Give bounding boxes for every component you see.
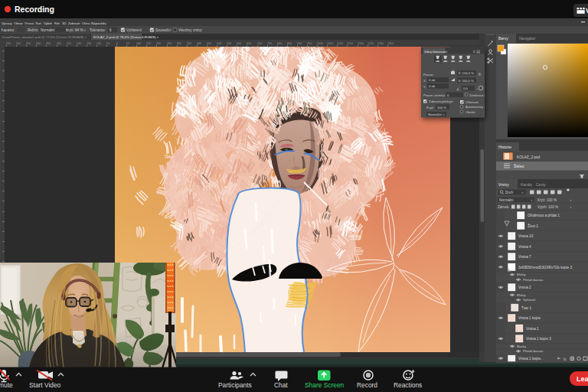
svg-text:Krytí:: Krytí: <box>426 106 434 109</box>
svg-text:Start Video: Start Video <box>29 381 61 389</box>
svg-text:550: 550 <box>227 42 231 45</box>
svg-text:Barvy: Barvy <box>498 36 508 41</box>
svg-text:Obrátit: Obrátit <box>466 110 475 114</box>
svg-text:600: 600 <box>237 42 241 45</box>
svg-text:Y:: Y: <box>423 85 426 89</box>
svg-text:64 %: 64 % <box>75 28 83 32</box>
svg-text:Vrstva: Vrstva <box>24 21 34 25</box>
svg-text:500: 500 <box>16 42 21 45</box>
svg-text:Režim:: Režim: <box>28 28 38 32</box>
svg-text:Efekty: Efekty <box>517 293 527 297</box>
svg-text:Navigátor: Navigátor <box>519 36 536 41</box>
svg-text:∨: ∨ <box>570 198 572 202</box>
svg-text:Š: 100,0 %: Š: 100,0 % <box>459 71 475 75</box>
svg-text:Oříznuté: Oříznuté <box>466 100 479 104</box>
svg-text:Přetah barvou: Přetah barvou <box>523 278 544 282</box>
svg-text:350: 350 <box>187 42 191 45</box>
svg-text:400: 400 <box>36 42 41 45</box>
svg-text:KOLAZ_2.psd: KOLAZ_2.psd <box>517 155 540 159</box>
svg-text:700: 700 <box>257 42 262 45</box>
svg-text:Vrstva 10: Vrstva 10 <box>518 234 534 238</box>
svg-text:Vrstva 1 kopie 3: Vrstva 1 kopie 3 <box>526 337 551 341</box>
svg-text:Efekty: Efekty <box>517 273 527 276</box>
svg-text:∨: ∨ <box>531 198 533 202</box>
svg-text:Posun snímku:: Posun snímku: <box>423 93 446 97</box>
svg-text:300: 300 <box>57 42 61 45</box>
svg-text:X:: X: <box>423 79 426 83</box>
svg-text:0 ob: 0 ob <box>429 84 436 88</box>
svg-text:900: 900 <box>297 42 302 45</box>
svg-text:1000: 1000 <box>317 42 323 45</box>
svg-text:750: 750 <box>267 42 272 45</box>
svg-text:Vrstva 1 kopie..: Vrstva 1 kopie.. <box>518 357 543 361</box>
svg-text:0 ob: 0 ob <box>429 78 436 82</box>
svg-text:Recording: Recording <box>15 5 54 14</box>
svg-text:650: 650 <box>247 42 251 45</box>
svg-text:∨: ∨ <box>83 28 86 32</box>
svg-text:Tvar 1: Tvar 1 <box>521 306 531 310</box>
svg-text:350: 350 <box>46 42 51 45</box>
svg-text:100 %: 100 % <box>437 106 446 109</box>
svg-text:150: 150 <box>87 42 91 45</box>
svg-text:Sousedící: Sousedící <box>155 28 172 32</box>
svg-text:50: 50 <box>126 42 129 45</box>
svg-text:8: 8 <box>479 72 481 77</box>
svg-text:Zobrazit překrytí: Zobrazit překrytí <box>429 100 453 103</box>
svg-text:250: 250 <box>67 42 71 45</box>
svg-text:1300: 1300 <box>377 42 384 45</box>
svg-text:Vrstva 1: Vrstva 1 <box>526 327 539 331</box>
svg-text:450: 450 <box>207 42 211 45</box>
svg-text:≡ ▤: ≡ ▤ <box>473 49 480 54</box>
svg-text:150: 150 <box>146 42 151 45</box>
svg-text:800: 800 <box>277 42 282 45</box>
svg-text:Vrstva 7: Vrstva 7 <box>518 255 531 259</box>
svg-text:Participants: Participants <box>218 381 252 389</box>
svg-text:Výběr: Výběr <box>44 21 53 25</box>
svg-text:Druh: Druh <box>505 191 513 194</box>
svg-text:100: 100 <box>96 42 101 45</box>
svg-text:Vrstva 1 kopie: Vrstva 1 kopie <box>518 316 541 320</box>
svg-text:Nápověda: Nápověda <box>91 21 106 25</box>
svg-text:0,0: 0,0 <box>463 87 468 90</box>
svg-text:500: 500 <box>217 42 221 45</box>
svg-text:850: 850 <box>287 42 292 45</box>
svg-text:1350: 1350 <box>387 42 394 45</box>
svg-text:Historie: Historie <box>498 145 511 149</box>
svg-text:Lea: Lea <box>577 375 588 383</box>
svg-text:1050: 1050 <box>327 42 333 45</box>
svg-text:Tolerance:: Tolerance: <box>90 28 106 32</box>
svg-text:Kanály: Kanály <box>521 182 533 187</box>
svg-text:950: 950 <box>307 42 312 45</box>
svg-text:6: 6 <box>109 28 112 32</box>
svg-text:Vrstva 2: Vrstva 2 <box>518 286 531 289</box>
svg-text:Share Screen: Share Screen <box>305 381 345 389</box>
svg-text:Chat: Chat <box>274 381 288 389</box>
svg-text:Normální: Normální <box>428 113 443 116</box>
svg-text:400: 400 <box>197 42 201 45</box>
svg-text:Vrstva 4: Vrstva 4 <box>518 245 531 249</box>
svg-text:50: 50 <box>106 42 109 45</box>
svg-text:Vrstvy: Vrstvy <box>498 182 509 187</box>
svg-text:Vyhlazení: Vyhlazení <box>126 28 142 32</box>
svg-text:1250: 1250 <box>368 42 374 45</box>
svg-text:0: 0 <box>116 42 118 45</box>
svg-text:∨: ∨ <box>521 191 524 194</box>
svg-text:Obraz: Obraz <box>14 21 23 25</box>
svg-text:Krytí: 100 %: Krytí: 100 % <box>537 198 557 202</box>
svg-text:Filtr: Filtr <box>54 21 60 25</box>
svg-text:450: 450 <box>26 42 31 45</box>
svg-text:Masky: Masky <box>517 345 527 348</box>
svg-text:Přetah barvou: Přetah barvou <box>523 349 544 353</box>
svg-text:KOLAZ_2.psd @ 78,4% (Vrstva 6,: KOLAZ_2.psd @ 78,4% (Vrstva 6,RGB/8) × <box>93 35 159 39</box>
svg-text:Reactions: Reactions <box>394 381 422 389</box>
svg-text:∨: ∨ <box>443 113 445 116</box>
svg-text:Všechny vrstvy: Všechny vrstvy <box>178 28 203 32</box>
svg-text:Normální: Normální <box>41 28 55 32</box>
svg-text:Text: Text <box>35 21 42 25</box>
svg-text:1150: 1150 <box>347 42 353 45</box>
svg-text:∠: ∠ <box>456 87 459 91</box>
svg-text:Obtáhnout a přidat 1: Obtáhnout a přidat 1 <box>528 214 560 217</box>
svg-text:DrawPlanet_ukazka1.psd @ 77,5%: DrawPlanet_ukazka1.psd @ 77,5% (Vrstva 2… <box>2 35 87 39</box>
svg-text:Krytí:: Krytí: <box>66 28 74 32</box>
svg-text:550: 550 <box>6 42 11 45</box>
